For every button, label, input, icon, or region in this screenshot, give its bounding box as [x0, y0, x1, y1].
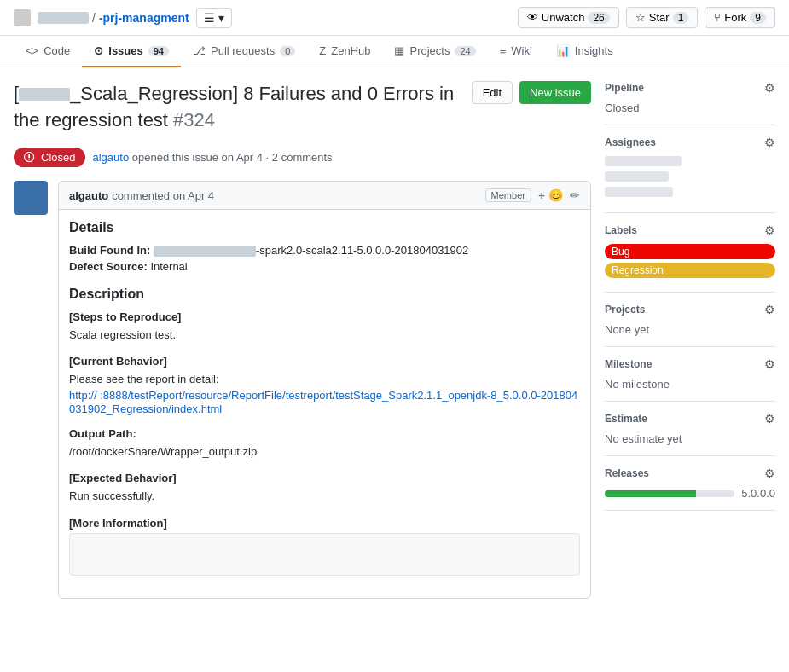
watch-label: Unwatch	[542, 11, 585, 24]
tab-nav: <> Code ⊙ Issues 94 ⎇ Pull requests 0 Z …	[0, 36, 789, 67]
current-behavior-section: [Current Behavior] Please see the report…	[69, 355, 580, 415]
content-area: [_Scala_Regression] 8 Failures and 0 Err…	[14, 81, 591, 599]
label-bug: Bug	[605, 244, 775, 259]
author-link[interactable]: algauto	[92, 151, 129, 164]
projects-gear-button[interactable]: ⚙	[764, 303, 775, 316]
output-path-value: /root/dockerShare/Wrapper_output.zip	[69, 443, 580, 461]
more-info-label: [More Information]	[69, 517, 580, 530]
avatar-image	[14, 181, 48, 215]
star-label: Star	[649, 11, 670, 24]
releases-label: Releases	[605, 467, 649, 479]
steps-label: [Steps to Reproduce]	[69, 310, 580, 323]
watch-button[interactable]: 👁 Unwatch 26	[518, 7, 619, 28]
label-regression: Regression	[605, 263, 775, 278]
sidebar-assignees-header: Assignees ⚙	[605, 136, 775, 149]
assignee-placeholder-2	[605, 171, 669, 182]
release-progress-bar	[605, 490, 734, 497]
main-container: [_Scala_Regression] 8 Failures and 0 Err…	[0, 67, 789, 612]
closed-badge: Closed	[14, 148, 85, 167]
releases-gear-button[interactable]: ⚙	[764, 466, 775, 480]
build-label: Build Found In:	[69, 244, 150, 257]
comment-header-right: Member + 😊 ✏	[485, 188, 580, 202]
repo-icon	[14, 9, 31, 26]
more-info-box	[69, 533, 580, 576]
defect-label: Defect Source:	[69, 260, 148, 273]
sidebar-releases-header: Releases ⚙	[605, 466, 775, 480]
title-actions: [_Scala_Regression] 8 Failures and 0 Err…	[14, 81, 591, 141]
assignees-gear-button[interactable]: ⚙	[764, 136, 775, 149]
star-button[interactable]: ☆ Star 1	[626, 7, 699, 28]
new-issue-button[interactable]: New issue	[519, 81, 591, 104]
comment-author[interactable]: algauto	[69, 189, 108, 202]
milestone-label: Milestone	[605, 358, 652, 370]
fork-icon: ⑂	[714, 11, 721, 24]
zenhub-icon: Z	[319, 44, 326, 57]
tab-zenhub[interactable]: Z ZenHub	[307, 36, 382, 67]
sidebar-pipeline-header: Pipeline ⚙	[605, 81, 775, 95]
expected-behavior-label: [Expected Behavior]	[69, 472, 580, 484]
current-behavior-label: [Current Behavior]	[69, 355, 580, 368]
closed-badge-label: Closed	[41, 151, 75, 164]
tab-code[interactable]: <> Code	[14, 36, 82, 67]
release-version: 5.0.0.0	[741, 487, 775, 500]
emoji-button[interactable]: + 😊	[538, 188, 563, 202]
breadcrumb: / -prj-managment	[38, 11, 189, 25]
tab-wiki-label: Wiki	[511, 44, 532, 57]
nav-actions: 👁 Unwatch 26 ☆ Star 1 ⑂ Fork 9	[518, 7, 775, 28]
tab-zenhub-label: ZenHub	[331, 44, 370, 57]
repo-name[interactable]: -prj-managment	[99, 11, 189, 25]
report-link[interactable]: http:// :8888/testReport/resource/Report…	[69, 389, 577, 415]
fork-count-badge: 9	[750, 12, 766, 24]
tab-code-label: Code	[44, 44, 70, 57]
labels-label: Labels	[605, 224, 637, 236]
sidebar-milestone-header: Milestone ⚙	[605, 357, 775, 371]
assignee-placeholder-1	[605, 156, 682, 166]
pipeline-value: Closed	[605, 101, 775, 114]
pipeline-gear-button[interactable]: ⚙	[764, 81, 775, 95]
sidebar-releases: Releases ⚙ 5.0.0.0	[605, 456, 775, 511]
comment-actions: + 😊 ✏	[538, 188, 580, 202]
tab-projects[interactable]: ▦ Projects 24	[382, 36, 487, 67]
comment-box: algauto commented on Apr 4 Member + 😊 ✏	[58, 181, 591, 599]
assignees-list	[605, 156, 775, 197]
eye-icon: 👁	[527, 11, 538, 24]
tab-insights[interactable]: 📊 Insights	[544, 36, 625, 67]
edit-comment-button[interactable]: ✏	[570, 188, 580, 202]
insights-icon: 📊	[556, 44, 570, 57]
expected-behavior-text: Run successfully.	[69, 488, 580, 505]
steps-text: Scala regression test.	[69, 327, 580, 344]
sidebar-projects: Projects ⚙ None yet	[605, 293, 775, 347]
steps-section: [Steps to Reproduce] Scala regression te…	[69, 310, 580, 344]
estimate-label: Estimate	[605, 413, 647, 425]
closed-icon	[24, 151, 36, 163]
sidebar-labels: Labels ⚙ Bug Regression	[605, 213, 775, 293]
code-icon: <>	[26, 44, 38, 57]
labels-gear-button[interactable]: ⚙	[764, 223, 775, 237]
fork-button[interactable]: ⑂ Fork 9	[705, 7, 775, 28]
build-found-in-row: Build Found In: -spark2.0-scala2.11-5.0.…	[69, 244, 580, 257]
projects-count: 24	[455, 46, 475, 56]
more-info-section: [More Information]	[69, 517, 580, 576]
edit-button[interactable]: Edit	[472, 81, 513, 104]
release-bar-container: 5.0.0.0	[605, 487, 775, 500]
release-bar-fill	[605, 490, 696, 497]
build-value: -spark2.0-scala2.11-5.0.0.0-201804031902	[154, 244, 468, 257]
estimate-gear-button[interactable]: ⚙	[764, 412, 775, 426]
tab-wiki[interactable]: ≡ Wiki	[488, 36, 544, 67]
tab-pull-requests[interactable]: ⎇ Pull requests 0	[181, 36, 307, 67]
sidebar-labels-header: Labels ⚙	[605, 223, 775, 237]
issues-count: 94	[148, 46, 169, 56]
list-view-toggle[interactable]: ☰ ▾	[196, 8, 232, 28]
pr-count: 0	[280, 46, 295, 56]
pr-icon: ⎇	[193, 44, 206, 57]
build-redacted	[154, 246, 256, 257]
comment-header: algauto commented on Apr 4 Member + 😊 ✏	[59, 182, 590, 210]
sidebar-milestone: Milestone ⚙ No milestone	[605, 347, 775, 402]
top-nav: / -prj-managment ☰ ▾ 👁 Unwatch 26 ☆ Star…	[0, 0, 789, 36]
expected-behavior-section: [Expected Behavior] Run successfully.	[69, 472, 580, 505]
details-title: Details	[69, 220, 580, 235]
assignee-placeholder-3	[605, 187, 673, 197]
tab-issues[interactable]: ⊙ Issues 94	[82, 36, 181, 67]
sidebar-assignees: Assignees ⚙	[605, 125, 775, 213]
milestone-gear-button[interactable]: ⚙	[764, 357, 775, 371]
